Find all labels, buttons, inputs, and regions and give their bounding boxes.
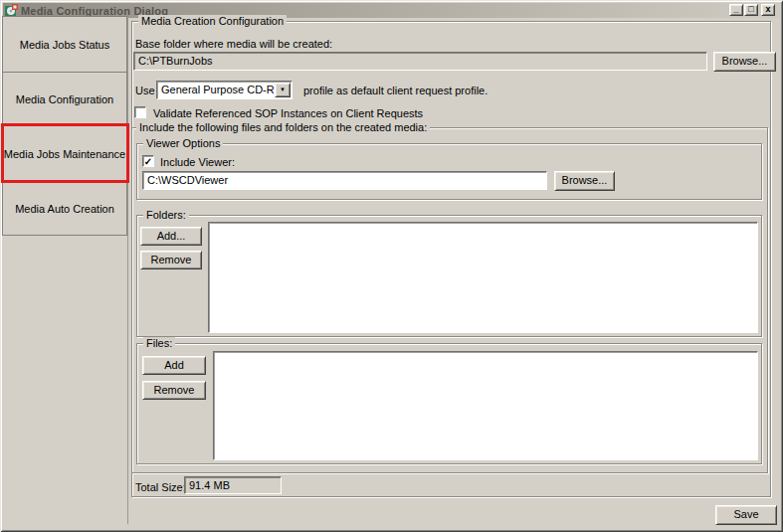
include-media-group-title: Include the following files and folders … [136,121,430,133]
base-folder-field[interactable]: C:\PTBurnJobs [133,52,707,71]
add-file-button[interactable]: Add [142,356,206,375]
base-folder-label: Base folder where media will be created: [135,38,332,50]
sidebar-item-media-auto-creation[interactable]: Media Auto Creation [2,182,127,236]
minimize-button[interactable]: _ [729,4,743,16]
include-viewer-label: Include Viewer: [160,156,235,168]
chevron-down-icon[interactable]: ▼ [275,83,291,97]
sidebar-item-media-configuration[interactable]: Media Configuration [2,72,127,126]
viewer-options-title: Viewer Options [143,137,223,149]
use-label: Use [135,85,155,96]
remove-file-button[interactable]: Remove [142,381,206,400]
profile-select[interactable]: General Purpose CD-R ▼ [156,81,293,99]
check-icon: ✓ [144,156,152,167]
media-configuration-dialog: Media Configuration Dialog _ □ x Media J… [0,0,783,532]
validate-sop-checkbox[interactable] [134,106,146,118]
sidebar-item-media-jobs-maintenance[interactable]: Media Jobs Maintenance [2,125,127,183]
profile-selected-value: General Purpose CD-R [161,83,275,97]
remove-folder-button[interactable]: Remove [140,251,202,269]
profile-suffix-label: profile as default client request profil… [303,85,488,96]
sidebar-item-media-jobs-status[interactable]: Media Jobs Status [2,16,127,73]
save-button[interactable]: Save [715,505,777,525]
files-list[interactable] [213,351,758,460]
files-title: Files: [143,337,175,349]
viewer-browse-button[interactable]: Browse... [554,171,615,191]
folders-title: Folders: [143,209,189,221]
include-viewer-checkbox[interactable]: ✓ [142,155,154,167]
base-folder-browse-button[interactable]: Browse... [713,52,776,72]
validate-sop-label: Validate Referenced SOP Instances on Cli… [153,107,423,119]
group-title: Media Creation Configuration [138,15,287,27]
sidebar-divider [127,16,128,524]
total-size-value: 91.4 MB [184,476,282,494]
maximize-button[interactable]: □ [744,4,758,16]
folders-list[interactable] [208,222,758,333]
viewer-path-field[interactable]: C:\WSCDViewer [142,171,547,190]
add-folder-button[interactable]: Add... [140,227,202,246]
total-size-label: Total Size: [135,481,186,493]
close-button[interactable]: x [761,4,775,16]
